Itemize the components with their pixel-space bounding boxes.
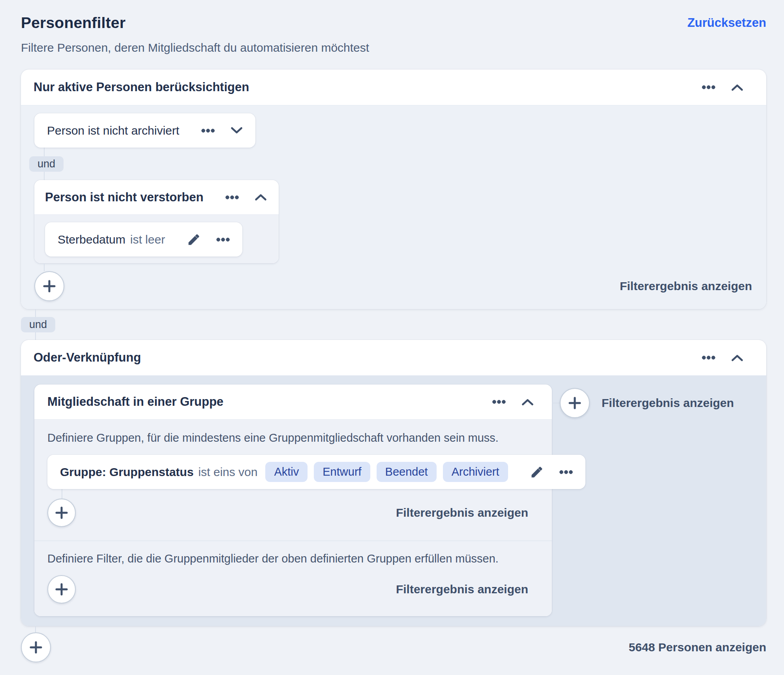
edit-button[interactable]	[530, 465, 544, 479]
group-footer-row: Filterergebnis anzeigen	[34, 271, 752, 301]
status-badge: Beendet	[377, 462, 437, 482]
more-options-button[interactable]	[702, 356, 715, 360]
subgroup-content: Sterbedatum ist leer	[34, 214, 279, 263]
more-options-icon	[216, 238, 230, 242]
show-filter-result-link[interactable]: Filterergebnis anzeigen	[620, 279, 752, 293]
more-options-icon	[492, 400, 506, 404]
collapse-button[interactable]	[731, 354, 743, 362]
condition-operator: ist leer	[130, 233, 165, 246]
show-filter-result-link[interactable]: Filterergebnis anzeigen	[396, 506, 528, 519]
filter-group-membership: Mitgliedschaft in einer Gruppe Definiere…	[34, 384, 552, 616]
add-filter-button[interactable]	[34, 271, 64, 301]
groups-footer-row: Filterergebnis anzeigen	[47, 499, 528, 527]
plus-icon	[55, 583, 68, 596]
condition-label: Person ist nicht archiviert	[47, 124, 179, 137]
plus-icon	[568, 396, 581, 410]
groups-footer-row-wrap: Filterergebnis anzeigen	[34, 489, 552, 527]
group-header: Nur aktive Personen berücksichtigen	[21, 69, 766, 105]
condition-values: AktivEntwurfBeendetArchiviert	[259, 462, 508, 482]
chevron-up-icon	[731, 84, 743, 91]
more-options-icon	[201, 129, 215, 133]
more-options-button[interactable]	[216, 238, 230, 242]
page-title: Personenfilter	[21, 14, 126, 32]
page-header: Personenfilter Zurücksetzen	[21, 14, 766, 32]
subgroup-title: Person ist nicht verstorben	[45, 190, 203, 204]
show-filter-result-link[interactable]: Filterergebnis anzeigen	[602, 396, 734, 410]
connector-line	[62, 489, 62, 499]
more-options-button[interactable]	[201, 129, 215, 133]
personenfilter-panel: Personenfilter Zurücksetzen Filtere Pers…	[0, 0, 784, 675]
add-or-branch-button[interactable]	[560, 388, 590, 418]
add-group-filter-button[interactable]	[47, 499, 76, 527]
more-options-button[interactable]	[559, 470, 573, 474]
more-options-icon	[225, 195, 239, 199]
chevron-up-icon	[521, 398, 534, 406]
status-badge: Entwurf	[314, 462, 370, 482]
subgroup-header-actions	[225, 193, 267, 201]
connector-line	[44, 148, 45, 156]
connector-line	[35, 309, 36, 317]
connector-line	[35, 626, 36, 632]
connector-line	[552, 403, 560, 403]
plus-icon	[43, 279, 56, 293]
connector-line	[35, 332, 36, 340]
plus-icon	[55, 506, 68, 519]
group-content: Mitgliedschaft in einer Gruppe Definiere…	[21, 375, 766, 626]
add-group-button[interactable]	[21, 632, 51, 662]
show-persons-link[interactable]: 5648 Personen anzeigen	[629, 641, 767, 654]
group-header-actions	[702, 354, 743, 362]
filter-group-not-deceased: Person ist nicht verstorben Sterbedatum …	[34, 180, 279, 263]
membership-header: Mitgliedschaft in einer Gruppe	[34, 384, 552, 419]
members-hint-text: Definiere Filter, die die Gruppenmitglie…	[34, 541, 552, 565]
more-options-button[interactable]	[702, 85, 715, 89]
collapse-button[interactable]	[521, 398, 534, 406]
condition-field: Sterbedatum	[58, 233, 126, 246]
collapse-button[interactable]	[731, 84, 743, 91]
groups-hint-text: Definiere Gruppen, für die mindestens ei…	[34, 420, 552, 455]
condition-person-not-archived[interactable]: Person ist nicht archiviert	[34, 113, 255, 148]
chevron-up-icon	[731, 354, 743, 362]
or-branch-add-column: Filterergebnis anzeigen	[552, 384, 766, 418]
group-title: Oder-Verknüpfung	[34, 351, 141, 365]
more-options-icon	[702, 85, 715, 89]
status-badge: Aktiv	[265, 462, 308, 482]
members-footer-row: Filterergebnis anzeigen	[34, 565, 552, 616]
membership-content: Definiere Gruppen, für die mindestens ei…	[34, 419, 552, 616]
condition-field: Gruppe: Gruppenstatus	[60, 465, 193, 479]
edit-button[interactable]	[187, 233, 201, 246]
expand-button[interactable]	[231, 127, 243, 134]
reset-link[interactable]: Zurücksetzen	[687, 16, 766, 30]
status-badge: Archiviert	[443, 462, 508, 482]
plus-icon	[29, 641, 43, 654]
more-options-button[interactable]	[225, 195, 239, 199]
pencil-icon	[187, 233, 201, 246]
chevron-down-icon	[231, 127, 243, 134]
and-connector-chip: und	[29, 156, 64, 172]
connector-line	[44, 172, 45, 180]
collapse-button[interactable]	[255, 193, 267, 201]
show-filter-result-link[interactable]: Filterergebnis anzeigen	[396, 583, 528, 596]
condition-deathdate-empty[interactable]: Sterbedatum ist leer	[45, 222, 242, 257]
filter-group-or: Oder-Verknüpfung Mitgliedschaft in einer…	[21, 340, 766, 626]
more-options-icon	[702, 356, 715, 360]
and-connector-chip: und	[21, 317, 55, 332]
pencil-icon	[530, 465, 544, 479]
more-options-button[interactable]	[492, 400, 506, 404]
more-options-icon	[559, 470, 573, 474]
connector-line	[44, 263, 45, 271]
membership-title: Mitgliedschaft in einer Gruppe	[47, 395, 223, 409]
condition-group-status[interactable]: Gruppe: Gruppenstatus ist eins von Aktiv…	[47, 455, 585, 489]
group-header: Oder-Verknüpfung	[21, 340, 766, 375]
condition-wrapper: Gruppe: Gruppenstatus ist eins von Aktiv…	[34, 455, 552, 489]
filter-group-active-persons: Nur aktive Personen berücksichtigen Pers…	[21, 69, 766, 309]
page-footer-row: 5648 Personen anzeigen	[21, 632, 766, 662]
group-content: Person ist nicht archiviert und Person i…	[21, 105, 766, 309]
subgroup-header: Person ist nicht verstorben	[34, 180, 279, 214]
chevron-up-icon	[255, 193, 267, 201]
page-subtitle: Filtere Personen, deren Mitgliedschaft d…	[21, 41, 766, 54]
group-header-actions	[702, 84, 743, 91]
group-title: Nur aktive Personen berücksichtigen	[34, 80, 249, 94]
membership-header-actions	[492, 398, 534, 406]
add-member-filter-button[interactable]	[47, 575, 76, 604]
condition-operator: ist eins von	[198, 465, 257, 479]
